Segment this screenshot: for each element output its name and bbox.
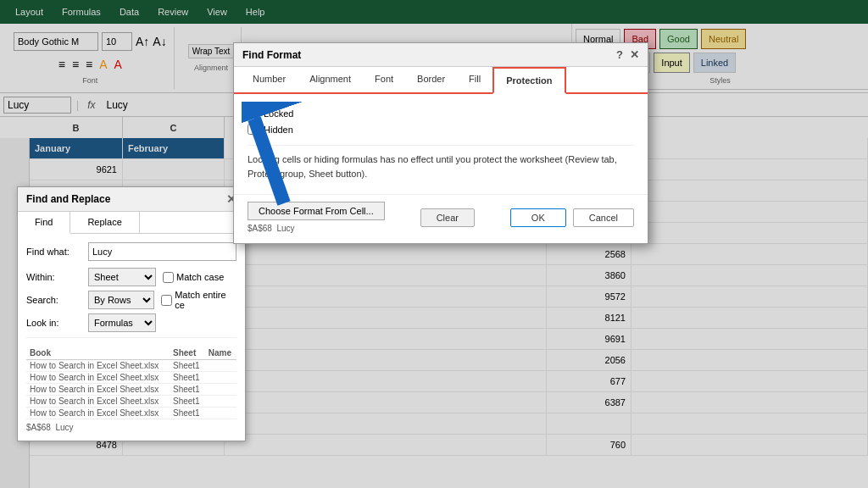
col-sheet: Sheet xyxy=(170,347,205,360)
tab-alignment[interactable]: Alignment xyxy=(298,67,363,92)
look-in-row: Look in: Formulas xyxy=(26,313,236,332)
locked-checkbox[interactable] xyxy=(248,108,259,119)
tab-border[interactable]: Border xyxy=(405,67,457,92)
tab-fill[interactable]: Fill xyxy=(457,67,492,92)
result-book-4: How to Search in Excel Sheet.xlsx xyxy=(26,396,170,408)
status-display: $A$68 Lucy xyxy=(248,224,385,233)
result-sheet-5: Sheet1 xyxy=(170,408,205,419)
tab-find[interactable]: Find xyxy=(18,212,70,234)
find-format-footer: Choose Format From Cell... $A$68 Lucy Cl… xyxy=(234,194,648,243)
status-cell-value: Lucy xyxy=(276,224,294,233)
table-row[interactable]: How to Search in Excel Sheet.xlsx Sheet1 xyxy=(26,408,236,419)
hidden-label: Hidden xyxy=(264,125,293,135)
find-replace-dialog: Find and Replace ✕ Find Replace Find wha… xyxy=(17,186,246,441)
locked-label: Locked xyxy=(264,108,293,119)
find-what-input[interactable] xyxy=(88,242,236,261)
help-icon[interactable]: ? xyxy=(616,48,623,61)
result-book-1: How to Search in Excel Sheet.xlsx xyxy=(26,360,170,372)
locked-row: Locked xyxy=(248,108,634,119)
match-entire-checkbox[interactable] xyxy=(161,295,172,306)
results-table: Book Sheet Name How to Search in Excel S… xyxy=(26,347,236,419)
find-format-dialog: Find Format ? ✕ Number Alignment Font Bo… xyxy=(233,42,648,244)
cell-ref-value: Lucy xyxy=(55,423,73,432)
tab-number[interactable]: Number xyxy=(241,67,298,92)
match-entire-option: Match entire ce xyxy=(161,290,236,310)
find-format-body: Locked Hidden Locking cells or hiding fo… xyxy=(234,94,648,194)
dialog-options: Within: Sheet Match case Search: By Rows… xyxy=(26,268,236,332)
result-sheet-2: Sheet1 xyxy=(170,372,205,384)
search-results: Book Sheet Name How to Search in Excel S… xyxy=(26,337,236,432)
tab-replace[interactable]: Replace xyxy=(70,212,139,233)
tab-protection[interactable]: Protection xyxy=(492,67,565,94)
result-book-2: How to Search in Excel Sheet.xlsx xyxy=(26,372,170,384)
result-book-3: How to Search in Excel Sheet.xlsx xyxy=(26,384,170,396)
find-replace-title-bar: Find and Replace ✕ xyxy=(18,187,245,212)
cell-ref: $A$68 xyxy=(26,423,51,432)
search-select[interactable]: By Rows xyxy=(88,291,154,309)
result-name-2 xyxy=(205,372,236,384)
search-row: Search: By Rows Match entire ce xyxy=(26,290,236,310)
find-format-title: Find Format xyxy=(242,49,301,61)
find-what-label: Find what: xyxy=(26,247,81,257)
match-entire-label: Match entire ce xyxy=(175,290,236,310)
look-in-label: Look in: xyxy=(26,318,81,328)
result-sheet-3: Sheet1 xyxy=(170,384,205,396)
result-name-1 xyxy=(205,360,236,372)
find-replace-body: Find what: Within: Sheet Match case Sear… xyxy=(18,234,245,441)
col-name: Name xyxy=(205,347,236,360)
within-label: Within: xyxy=(26,272,81,282)
find-what-field: Find what: xyxy=(26,242,236,261)
find-replace-tabs: Find Replace xyxy=(18,212,245,234)
cell-ref-display: $A$68 Lucy xyxy=(26,423,236,432)
table-row[interactable]: How to Search in Excel Sheet.xlsx Sheet1 xyxy=(26,384,236,396)
protection-description: Locking cells or hiding formulas has no … xyxy=(248,145,634,180)
clear-button[interactable]: Clear xyxy=(420,208,475,227)
look-in-select[interactable]: Formulas xyxy=(88,313,156,332)
cancel-button[interactable]: Cancel xyxy=(573,208,634,227)
within-select[interactable]: Sheet xyxy=(88,268,156,286)
result-sheet-4: Sheet1 xyxy=(170,396,205,408)
match-case-option: Match case xyxy=(163,272,224,283)
result-name-4 xyxy=(205,396,236,408)
title-icons: ? ✕ xyxy=(616,48,639,61)
footer-left: Choose Format From Cell... $A$68 Lucy xyxy=(248,202,385,233)
find-format-tabs: Number Alignment Font Border Fill Protec… xyxy=(234,67,648,94)
match-case-label: Match case xyxy=(176,272,224,282)
search-label: Search: xyxy=(26,295,81,305)
result-book-5: How to Search in Excel Sheet.xlsx xyxy=(26,408,170,419)
ok-cancel-buttons: OK Cancel xyxy=(510,208,634,227)
result-sheet-1: Sheet1 xyxy=(170,360,205,372)
tab-font[interactable]: Font xyxy=(363,67,405,92)
within-row: Within: Sheet Match case xyxy=(26,268,236,286)
find-replace-title: Find and Replace xyxy=(26,193,110,205)
result-name-3 xyxy=(205,384,236,396)
footer-right: Clear xyxy=(420,208,475,227)
match-case-checkbox[interactable] xyxy=(163,272,174,283)
hidden-row: Hidden xyxy=(248,124,634,135)
hidden-checkbox[interactable] xyxy=(248,124,259,135)
status-cell-ref: $A$68 xyxy=(248,224,272,233)
choose-format-button[interactable]: Choose Format From Cell... xyxy=(248,202,385,220)
col-book: Book xyxy=(26,347,170,360)
table-row[interactable]: How to Search in Excel Sheet.xlsx Sheet1 xyxy=(26,360,236,372)
result-name-5 xyxy=(205,408,236,419)
protection-checkboxes: Locked Hidden xyxy=(248,108,634,135)
ok-button[interactable]: OK xyxy=(510,208,566,227)
find-format-title-bar: Find Format ? ✕ xyxy=(234,43,648,67)
table-row[interactable]: How to Search in Excel Sheet.xlsx Sheet1 xyxy=(26,396,236,408)
close-icon[interactable]: ✕ xyxy=(630,48,639,61)
table-row[interactable]: How to Search in Excel Sheet.xlsx Sheet1 xyxy=(26,372,236,384)
